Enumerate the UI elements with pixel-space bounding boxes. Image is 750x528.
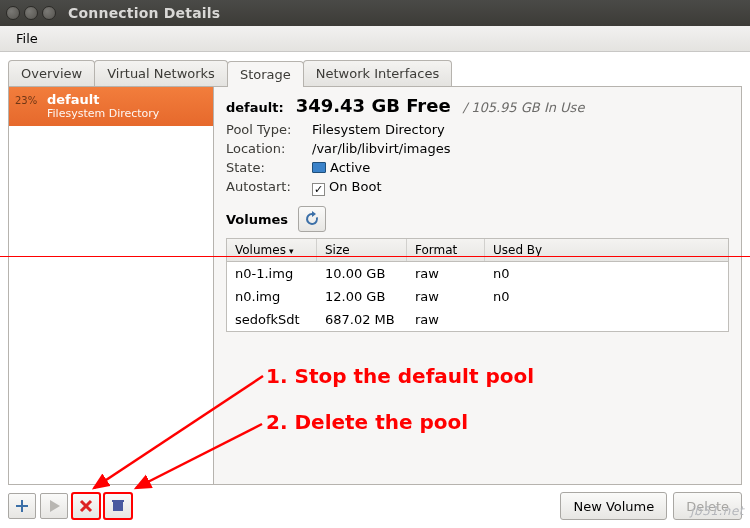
label-location: Location: (226, 141, 312, 156)
table-row[interactable]: n0.img 12.00 GB raw n0 (227, 285, 728, 308)
tab-network-interfaces[interactable]: Network Interfaces (303, 60, 452, 86)
new-volume-button[interactable]: New Volume (560, 492, 667, 520)
annotation-arrow-2 (130, 418, 270, 498)
label-state: State: (226, 160, 312, 175)
value-location: /var/lib/libvirt/images (312, 141, 729, 156)
refresh-volumes-button[interactable] (298, 206, 326, 232)
watermark: jb51.net (690, 504, 744, 518)
col-format[interactable]: Format (407, 239, 485, 261)
monitor-icon (312, 162, 326, 173)
svg-rect-0 (113, 502, 123, 511)
table-row[interactable]: n0-1.img 10.00 GB raw n0 (227, 262, 728, 285)
close-window-button[interactable] (6, 6, 20, 20)
svg-line-3 (136, 424, 262, 488)
tab-overview[interactable]: Overview (8, 60, 95, 86)
label-autostart: Autostart: (226, 179, 312, 196)
autostart-checkbox[interactable]: ✓ (312, 183, 325, 196)
volumes-heading: Volumes (226, 212, 288, 227)
value-autostart: ✓On Boot (312, 179, 729, 196)
plus-icon (14, 498, 30, 514)
annotation-step-1: 1. Stop the default pool (266, 364, 534, 388)
volumes-table: Volumes Size Format Used By n0-1.img 10.… (226, 238, 729, 332)
tab-storage[interactable]: Storage (227, 61, 304, 87)
play-icon (47, 499, 61, 513)
pool-name-label: default (47, 92, 203, 107)
minimize-window-button[interactable] (24, 6, 38, 20)
tab-virtual-networks[interactable]: Virtual Networks (94, 60, 228, 86)
menubar: File (0, 26, 750, 52)
trash-icon (111, 499, 125, 513)
value-pool-type: Filesystem Directory (312, 122, 729, 137)
pool-usage-percent: 23% (15, 95, 37, 106)
menu-file[interactable]: File (8, 28, 46, 49)
col-size[interactable]: Size (317, 239, 407, 261)
window-title: Connection Details (68, 5, 220, 21)
pool-list-item-default[interactable]: 23% default Filesystem Directory (9, 87, 213, 126)
svg-rect-1 (112, 500, 124, 502)
add-pool-button[interactable] (8, 493, 36, 519)
detail-name: default: (226, 100, 284, 115)
maximize-window-button[interactable] (42, 6, 56, 20)
annotation-divider-line (0, 256, 750, 257)
detail-free: 349.43 GB Free (296, 95, 451, 116)
table-row[interactable]: sedofkSdt 687.02 MB raw (227, 308, 728, 331)
refresh-icon (304, 211, 320, 227)
annotation-step-2: 2. Delete the pool (266, 410, 468, 434)
col-volumes[interactable]: Volumes (227, 239, 317, 261)
tab-row: Overview Virtual Networks Storage Networ… (8, 60, 742, 87)
start-pool-button[interactable] (40, 493, 68, 519)
pool-type-label: Filesystem Directory (47, 107, 203, 120)
stop-x-icon (79, 499, 93, 513)
window-titlebar: Connection Details (0, 0, 750, 26)
col-usedby[interactable]: Used By (485, 239, 728, 261)
detail-inuse: / 105.95 GB In Use (463, 100, 585, 115)
value-state: Active (312, 160, 729, 175)
label-pool-type: Pool Type: (226, 122, 312, 137)
